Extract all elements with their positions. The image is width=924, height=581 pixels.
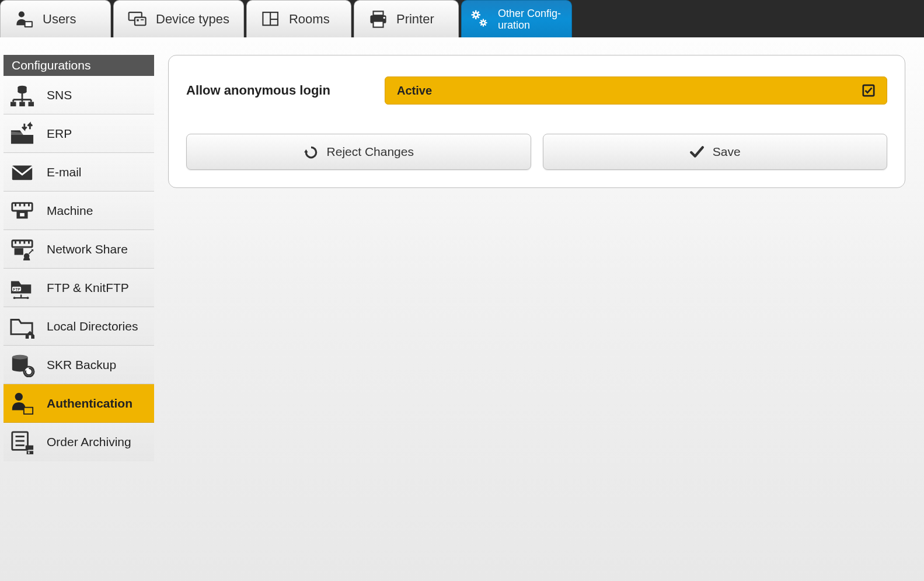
tab-rooms[interactable]: Rooms xyxy=(246,0,351,37)
content-panel: Allow anonymous login Active xyxy=(168,55,905,188)
check-icon xyxy=(689,144,705,159)
svg-rect-79 xyxy=(29,451,30,454)
svg-rect-72 xyxy=(25,408,32,413)
tab-rooms-label: Rooms xyxy=(289,12,330,27)
svg-line-19 xyxy=(473,11,474,12)
sidebar-item-skr-backup[interactable]: SKR Backup xyxy=(4,346,154,384)
svg-rect-49 xyxy=(20,213,25,216)
sidebar-item-order-archiving[interactable]: Order Archiving xyxy=(4,423,154,461)
svg-rect-10 xyxy=(373,11,383,15)
toggle-value-label: Active xyxy=(397,84,432,98)
svg-point-23 xyxy=(482,21,485,25)
svg-rect-41 xyxy=(19,102,25,106)
svg-rect-40 xyxy=(11,102,16,106)
sidebar-item-label: Network Share xyxy=(47,242,128,256)
sidebar-item-label: SNS xyxy=(47,88,72,102)
sidebar-item-network-share[interactable]: Network Share xyxy=(4,230,154,269)
user-icon xyxy=(15,9,34,29)
svg-line-29 xyxy=(484,24,486,25)
action-buttons: Reject Changes Save xyxy=(186,134,887,170)
svg-point-13 xyxy=(383,16,385,18)
sidebar-item-label: E-mail xyxy=(47,165,82,179)
setting-label: Allow anonymous login xyxy=(186,83,385,98)
tab-users-label: Users xyxy=(43,12,76,27)
tab-users[interactable]: Users xyxy=(0,0,111,37)
archive-icon xyxy=(8,429,36,455)
svg-rect-12 xyxy=(373,21,383,27)
save-label: Save xyxy=(713,145,741,159)
rooms-icon xyxy=(261,9,281,29)
svg-rect-78 xyxy=(27,451,33,454)
main-area: Configurations SNS xyxy=(0,37,924,461)
undo-icon xyxy=(304,144,319,159)
tab-other-configuration[interactable]: Other Config-uration xyxy=(461,0,572,37)
sidebar-item-label: FTP & KnitFTP xyxy=(47,281,129,295)
svg-rect-77 xyxy=(26,446,33,450)
svg-line-20 xyxy=(477,16,479,18)
svg-point-63 xyxy=(13,297,16,299)
svg-point-70 xyxy=(15,392,23,400)
svg-rect-55 xyxy=(15,248,23,255)
sidebar-item-label: Local Directories xyxy=(47,319,138,333)
svg-line-30 xyxy=(480,24,482,25)
authentication-icon xyxy=(8,391,36,416)
checkbox-checked-icon xyxy=(862,84,875,97)
svg-line-21 xyxy=(473,16,474,18)
top-tab-bar: Users Device types Rooms xyxy=(0,0,924,37)
svg-line-28 xyxy=(480,20,482,21)
sidebar-item-label: Machine xyxy=(47,204,93,218)
svg-line-31 xyxy=(484,20,486,21)
svg-text:FTP: FTP xyxy=(13,287,20,291)
sidebar-item-ftp[interactable]: FTP FTP & KnitFTP xyxy=(4,269,154,307)
folder-home-icon xyxy=(8,314,36,339)
devices-icon xyxy=(128,9,148,29)
setting-allow-anonymous-login: Allow anonymous login Active xyxy=(186,76,887,105)
svg-rect-5 xyxy=(137,19,138,21)
ftp-icon: FTP xyxy=(8,275,36,301)
svg-point-0 xyxy=(19,11,25,17)
sns-icon xyxy=(8,82,36,108)
printer-icon xyxy=(368,9,388,29)
backup-icon xyxy=(8,352,36,378)
tab-other-configuration-label: Other Config-uration xyxy=(498,8,563,31)
erp-icon xyxy=(8,121,36,147)
sidebar-header: Configurations xyxy=(4,55,154,76)
machine-icon xyxy=(8,198,36,224)
svg-line-22 xyxy=(477,11,479,12)
reject-changes-label: Reject Changes xyxy=(327,145,414,159)
sidebar-item-machine[interactable]: Machine xyxy=(4,192,154,230)
sidebar-item-authentication[interactable]: Authentication xyxy=(4,384,154,423)
save-button[interactable]: Save xyxy=(543,134,888,170)
email-icon xyxy=(8,159,36,185)
network-share-icon xyxy=(8,236,36,262)
tab-device-types[interactable]: Device types xyxy=(113,0,244,37)
toggle-allow-anonymous-login[interactable]: Active xyxy=(385,76,887,105)
sidebar-item-label: Authentication xyxy=(47,396,133,410)
gears-icon xyxy=(470,9,490,29)
reject-changes-button[interactable]: Reject Changes xyxy=(186,134,531,170)
svg-line-57 xyxy=(29,250,32,253)
svg-point-67 xyxy=(12,354,28,359)
tab-printer-label: Printer xyxy=(396,12,434,27)
svg-marker-81 xyxy=(304,149,308,152)
svg-point-64 xyxy=(27,297,29,299)
svg-rect-65 xyxy=(29,335,31,339)
svg-rect-2 xyxy=(26,22,32,26)
tab-printer[interactable]: Printer xyxy=(354,0,459,37)
sidebar-item-label: ERP xyxy=(47,127,72,141)
svg-rect-43 xyxy=(12,165,32,180)
sidebar-item-label: SKR Backup xyxy=(47,358,116,372)
svg-rect-6 xyxy=(141,19,144,20)
tab-device-types-label: Device types xyxy=(156,12,229,27)
sidebar-item-label: Order Archiving xyxy=(47,435,131,449)
sidebar-item-sns[interactable]: SNS xyxy=(4,76,154,114)
svg-point-14 xyxy=(474,12,478,16)
sidebar-item-email[interactable]: E-mail xyxy=(4,153,154,192)
sidebar: Configurations SNS xyxy=(4,55,154,461)
svg-rect-42 xyxy=(29,102,34,106)
sidebar-item-local-directories[interactable]: Local Directories xyxy=(4,307,154,346)
svg-rect-4 xyxy=(135,17,146,25)
sidebar-item-erp[interactable]: ERP xyxy=(4,114,154,153)
